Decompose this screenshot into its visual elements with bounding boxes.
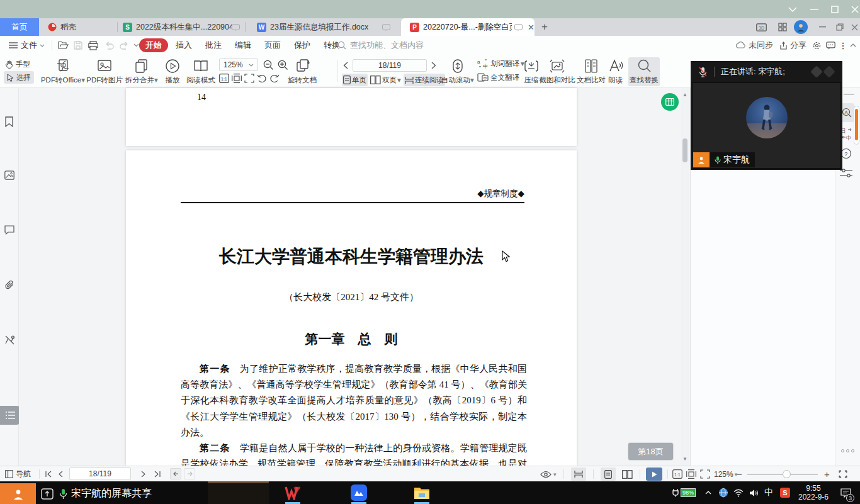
tab-doc-writer[interactable]: W 23届生源信息填报工作.docx xyxy=(246,18,397,36)
auto-scroll-button[interactable]: 自动滚动▾ xyxy=(441,57,475,86)
menu-start[interactable]: 开始 xyxy=(139,38,168,52)
double-page-status-icon[interactable] xyxy=(620,468,635,481)
fit-width-icon[interactable] xyxy=(232,74,242,83)
doc-compare-button[interactable]: 文档比对 xyxy=(576,57,606,86)
panel-scrollbar-thumb[interactable] xyxy=(855,109,858,140)
menu-comment[interactable]: 批注 xyxy=(205,36,222,55)
taskbar-explorer-icon[interactable] xyxy=(408,484,436,501)
file-menu[interactable]: 文件 xyxy=(9,36,45,55)
word-translate-button[interactable]: a中 划词翻译▾ xyxy=(477,59,524,69)
continuous-status-icon[interactable] xyxy=(571,468,586,481)
status-page-input[interactable]: 18/119 xyxy=(69,468,131,480)
app-minimize-button[interactable] xyxy=(815,18,830,36)
print-icon[interactable] xyxy=(88,36,98,55)
double-page-button[interactable]: 双页▾ xyxy=(369,74,402,86)
menu-insert[interactable]: 插入 xyxy=(176,36,192,55)
tab-docer[interactable]: 稻壳 xyxy=(39,18,117,36)
app-restore-button[interactable] xyxy=(832,18,847,36)
undo-icon[interactable] xyxy=(105,36,114,55)
actual-size-status-icon[interactable]: 1:1 xyxy=(672,466,682,482)
minimize-button[interactable] xyxy=(804,0,824,18)
collapse-ribbon-icon[interactable] xyxy=(850,36,856,55)
avatar[interactable] xyxy=(792,18,810,36)
open-file-icon[interactable] xyxy=(58,36,69,55)
fullscreen-icon[interactable] xyxy=(839,466,847,482)
forward-view-icon[interactable] xyxy=(184,468,195,479)
status-zoom-value[interactable]: 125%▾ xyxy=(714,466,737,482)
battery-indicator[interactable]: 98% xyxy=(669,481,699,504)
sogou-icon[interactable]: S xyxy=(778,481,792,504)
save-icon[interactable] xyxy=(74,36,82,55)
select-tool[interactable]: 选择 xyxy=(4,71,34,84)
tray-browser-icon[interactable] xyxy=(716,481,730,504)
back-view-icon[interactable] xyxy=(170,468,181,479)
single-page-status-icon[interactable] xyxy=(601,468,616,481)
continuous-read-button[interactable]: 连续阅读 xyxy=(404,74,445,86)
new-tab-button[interactable]: + xyxy=(535,18,554,36)
first-page-icon[interactable] xyxy=(45,466,52,482)
fit-page-status-icon[interactable] xyxy=(700,466,710,482)
eye-protect-icon[interactable]: ▾ xyxy=(540,466,557,482)
page-number-input[interactable]: 18/119 xyxy=(353,59,427,72)
zoom-input[interactable]: 125% xyxy=(219,59,258,71)
single-page-button[interactable]: 单页 xyxy=(342,74,368,86)
bookmark-icon[interactable] xyxy=(4,116,14,127)
prev-page-status-icon[interactable] xyxy=(59,466,63,482)
taskbar-meeting-icon[interactable] xyxy=(345,484,373,501)
scrollbar-vertical[interactable]: ▲ ▼ xyxy=(681,88,689,466)
nav-list-button[interactable] xyxy=(0,406,20,425)
menu-protect[interactable]: 保护 xyxy=(294,36,310,55)
grid-apps-icon[interactable] xyxy=(774,18,791,36)
taskbar-wps-icon[interactable] xyxy=(279,484,307,501)
toolbar-more-icon[interactable] xyxy=(133,36,139,55)
tab-home[interactable]: 首页 xyxy=(0,18,39,36)
image-panel-icon[interactable] xyxy=(4,171,14,180)
attachment-icon[interactable] xyxy=(4,280,14,290)
close-button[interactable] xyxy=(845,0,860,18)
screen-share-banner[interactable]: 宋宇航的屏幕共享 xyxy=(36,483,269,504)
tab-doc-pdf-active[interactable]: P 20220720-最...-删除空白页.pdf ✕ xyxy=(401,18,535,36)
menu-page[interactable]: 页面 xyxy=(264,36,281,55)
tray-expand-icon[interactable] xyxy=(702,481,715,504)
comment-panel-icon[interactable] xyxy=(4,225,14,235)
maximize-button[interactable] xyxy=(825,0,845,18)
fit-width-status-icon[interactable] xyxy=(686,466,696,482)
translate-panel-icon[interactable]: 日中 xyxy=(840,127,853,141)
stamp-icon[interactable] xyxy=(4,335,15,345)
full-translate-button[interactable]: 中 全文翻译 xyxy=(477,72,519,82)
ribbon-search[interactable]: 查找功能、文档内容 xyxy=(337,36,424,55)
next-page-status-icon[interactable] xyxy=(141,466,145,482)
3d-icon[interactable]: 3D xyxy=(753,18,769,36)
hand-tool[interactable]: 手型 xyxy=(5,59,30,70)
rotate-right-icon[interactable] xyxy=(269,74,280,83)
scroll-down-arrow[interactable]: ▼ xyxy=(681,456,689,462)
next-page-icon[interactable] xyxy=(431,62,436,69)
ime-indicator[interactable]: 中 xyxy=(762,481,776,504)
zoom-plus[interactable]: + xyxy=(824,466,830,482)
share-button[interactable]: 分享 xyxy=(779,36,806,55)
actual-size-icon[interactable]: 1:1 xyxy=(219,74,229,83)
chevron-down-icon[interactable] xyxy=(783,0,803,18)
read-mode-button[interactable]: 阅读模式 xyxy=(185,57,217,86)
volume-icon[interactable] xyxy=(747,481,761,504)
more-dots[interactable] xyxy=(841,449,854,452)
pdf-to-image-button[interactable]: PDF转图片 xyxy=(82,57,127,86)
zoom-minus[interactable]: − xyxy=(737,466,742,482)
zoom-slider-knob[interactable] xyxy=(783,470,791,478)
wifi-icon[interactable] xyxy=(732,481,745,504)
fit-page-icon[interactable] xyxy=(244,74,254,83)
rotate-doc-button[interactable]: 旋转文档 xyxy=(285,57,320,86)
zoom-out-icon[interactable] xyxy=(263,60,274,70)
panel-scrollbar[interactable] xyxy=(854,106,859,145)
settings-gear-icon[interactable] xyxy=(812,36,822,55)
tab-close-icon[interactable]: ✕ xyxy=(528,23,535,32)
feedback-icon[interactable] xyxy=(826,36,835,55)
nav-toggle[interactable]: 导航 xyxy=(5,466,31,482)
tab-doc-sheet[interactable]: S 2022级本科生集中...220904 (1) xyxy=(118,18,244,36)
screenshot-compare-button[interactable]: 截图和对比 xyxy=(538,57,577,86)
rotate-left-icon[interactable] xyxy=(257,74,267,83)
meeting-panel[interactable]: 正在讲话: 宋宇航; 宋宇航 xyxy=(691,61,842,170)
pdf-to-office-button[interactable]: W PDF转Office▾ xyxy=(38,57,88,86)
sync-status[interactable]: 未同步 xyxy=(735,36,773,55)
split-merge-button[interactable]: 拆分合并▾ xyxy=(123,57,160,86)
